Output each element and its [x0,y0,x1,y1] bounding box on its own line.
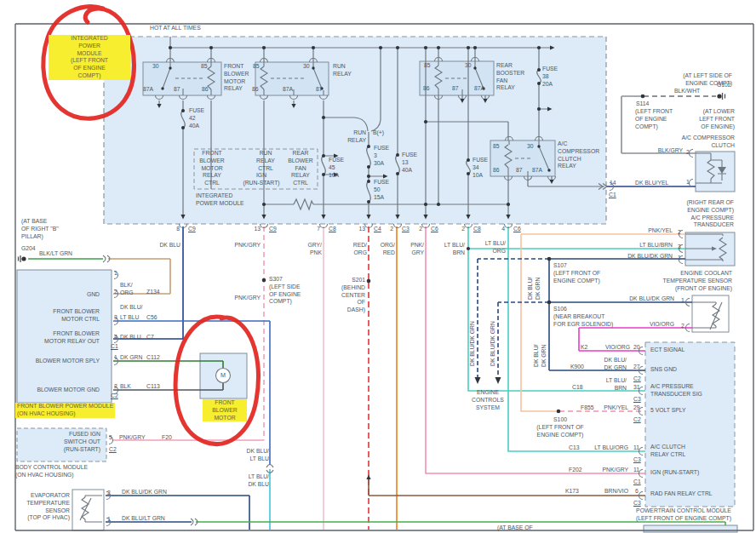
evap-title: EVAPORATOR TEMPERATURE SENSOR (TOP OF HV… [22,492,70,522]
label-128: SNS GND [650,366,677,374]
label-49: C3 [402,226,410,233]
label-10: 87 [174,86,180,94]
label-116: LT BLU/ORG [587,444,628,452]
fuse-50: FUSE 50 15A [374,179,389,201]
label-92: (AT LOWER LEFT FRONT OF ENGINE) [692,108,735,130]
label-18: 30 [465,62,472,70]
label-95: 2 [686,149,690,157]
label-133: RAD FAN RELAY CTRL [650,490,713,498]
motor-callout: FRONT BLOWER MOTOR [203,399,247,421]
label-42: 13 [249,226,261,233]
label-14: 86 [252,86,259,94]
ac-compressor-clutch-box [696,152,735,192]
label-159: BLK [120,383,131,391]
label-78: LT BLU/BRN [630,242,673,249]
label-70: DK BLU/ DK GRN [527,278,542,300]
label-144: BLK/ ORG [120,282,133,297]
label-109: 31 [633,384,640,392]
label-44: 7 [308,226,320,233]
label-84: 1 [681,297,684,305]
label-7: 30 [152,63,159,71]
label-153: C7 [146,334,154,341]
label-43: C9 [269,226,277,233]
fuse-45: FUSE 45 10A [329,157,344,179]
label-91: (LEFT FRONT OF ENGINE COMPT) [635,108,673,130]
label-17: 85 [424,62,431,70]
label-155: 1 [114,354,117,362]
label-156: DK GRN [120,354,142,362]
label-83: DK BLU/DK GRN [618,295,674,303]
label-85: VIO/ORG [640,321,674,329]
label-115: C13 [569,444,579,452]
label-125: 6 [635,488,639,496]
label-53: C8 [473,226,481,233]
bcm-pin-label: FUSED IGN SWITCH OUT (RUN-START) [37,431,100,453]
label-16: 87 [316,86,323,94]
label-62: LT BLU/ BRN [432,242,465,257]
label-106: C2 [633,375,641,383]
label-63: LT BLU/ ORG [473,240,506,255]
label-154: C1 [111,343,118,351]
label-81: 1 [678,255,681,262]
g102-ground-icon [723,93,725,100]
fuse-13: FUSE 13 40A [402,152,417,174]
label-58: GRY/ PNK [298,242,322,257]
label-101: VIO/ORG [596,344,630,352]
label-118: C3 [633,456,641,464]
label-151: 4 [114,334,117,341]
label-35: RUN RELAY CTRL [250,150,281,172]
label-139: FRONT BLOWER MOTOR CTRL [34,308,100,324]
pcm-title: POWERTRAIN CONTROL MODULE (LEFT FRONT OF… [630,507,737,523]
label-167: PNK/GRY [119,434,145,442]
label-94: BLK/GRY [650,147,683,155]
label-136: G204 [21,245,36,253]
wire-pnk-gry-label: PNK/GRY [226,242,261,249]
label-71: DK BLU/ DK GRN [533,345,548,367]
label-22: 85 [493,143,500,151]
s100: S100 (LEFT FRONT OF ENGINE COMPT) [526,416,594,438]
label-59: RED/ ORG [343,242,367,257]
s307: S307 (LEFT SIDE OF ENGINE COMPT) [269,276,301,306]
label-77: 2 [678,229,681,237]
fuse-38: FUSE 38 20A [542,66,558,88]
wire-dk-blu-label: DK BLU [152,242,180,249]
label-25: 87 [516,167,523,175]
label-68: DK BLU/DK GRN [469,321,477,366]
wire-evap-dk-blu-dk-grn [106,496,249,530]
hot-at-all-times: HOT AT ALL TIMES [150,25,201,32]
label-99: 1 [686,179,690,186]
label-138: GND [49,291,100,299]
label-120: PNK/GRY [594,467,628,474]
label-148: 3 [114,314,117,322]
label-98: DK BLU/YEL [635,180,668,187]
label-65: PNK/GRY [228,295,261,302]
label-158: 2 [114,383,117,391]
label-13: 30 [303,63,310,71]
label-36: IGN (RUN-START) [240,172,283,187]
label-110: C3 [633,396,641,404]
label-132: IGN (RUN-START) [650,469,699,477]
label-168: F20 [162,434,172,442]
fuse-42: FUSE 42 40A [189,107,204,129]
label-141: BLOWER MOTOR SPLY [25,358,100,365]
label-11: 86 [202,86,209,94]
label-127: ECT SIGNAL [650,347,684,354]
label-47: C4 [374,226,381,233]
label-38: RUN RELAY [339,129,366,145]
label-100: K2 [581,344,587,352]
label-40: 8 [168,226,180,233]
label-60: ORG/ RED [371,242,395,257]
label-51: C6 [431,226,438,233]
s107: S107 (LEFT FRONT OF ENGINE COMPT) [553,262,600,284]
label-111: F855 [581,404,594,412]
label-122: C1 [633,479,641,486]
label-169: C2 [109,446,117,454]
label-176: 1 [107,516,111,524]
label-20: 87 [452,85,459,93]
s201: S201 (BEHIND CENTER OF DASH) [340,277,365,314]
label-89: G102 [717,82,731,89]
label-97: C1 [609,192,616,199]
label-21: 87A [474,85,484,93]
fbm-relay-label: FRONT BLOWER MOTOR RELAY [224,63,249,93]
label-37: REAR BLOWER FAN RELAY CTRL [284,150,317,187]
